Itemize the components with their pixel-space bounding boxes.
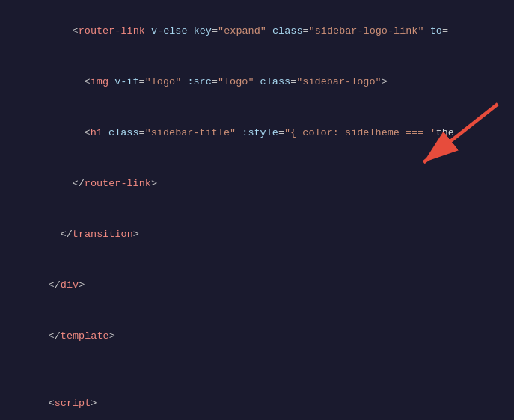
code-line-1: <router-link v-else key="expand" class="… [0, 6, 514, 57]
code-line-6: </div> [0, 260, 514, 311]
code-line-9: <script> [0, 378, 514, 420]
code-line-3: <h1 class="sidebar-title" :style="{ colo… [0, 108, 514, 158]
code-line-empty-1 [0, 362, 514, 378]
tag: router-link [79, 25, 145, 37]
code-line-5: </transition> [0, 209, 514, 260]
code-line-7: </template> [0, 311, 514, 362]
punct: < [73, 25, 79, 37]
code-editor: <router-link v-else key="expand" class="… [0, 0, 514, 420]
code-line-2: <img v-if="logo" :src="logo" class="side… [0, 57, 514, 108]
attr: v-else [151, 25, 188, 37]
code-line-4: </router-link> [0, 158, 514, 209]
